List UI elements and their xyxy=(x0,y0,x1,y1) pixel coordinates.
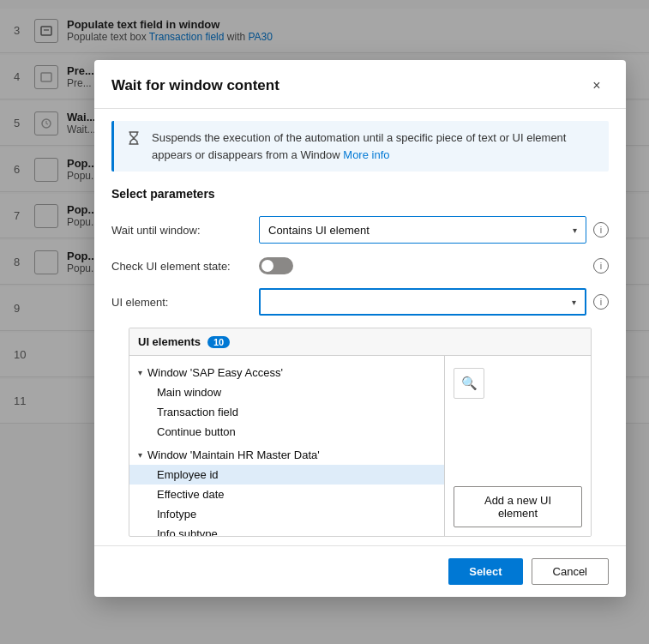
more-info-link[interactable]: More info xyxy=(343,148,389,161)
ui-preview-panel: 🔍 Add a new UI element xyxy=(445,356,591,536)
tree-item-employee-id[interactable]: Employee id xyxy=(129,465,444,485)
modal-dialog: Wait for window content × Suspends the e… xyxy=(94,60,626,597)
wait-until-dropdown[interactable]: Contains UI element ▾ xyxy=(259,216,586,244)
tree-group-header-sap[interactable]: ▾ Window 'SAP Easy Access' xyxy=(129,363,444,382)
check-state-toggle[interactable] xyxy=(259,257,293,274)
tree-item-main-window[interactable]: Main window xyxy=(129,382,444,402)
section-title: Select parameters xyxy=(94,184,626,209)
wait-until-value: Contains UI element xyxy=(268,224,370,237)
wait-until-label: Wait until window: xyxy=(111,224,249,237)
chevron-down-icon-3: ▾ xyxy=(138,368,142,377)
tree-item-infotype[interactable]: Infotype xyxy=(129,504,444,524)
ui-elements-body: ▾ Window 'SAP Easy Access' Main window T… xyxy=(129,356,591,536)
add-new-ui-element-button[interactable]: Add a new UI element xyxy=(454,486,582,527)
tree-group-hr: ▾ Window 'Maintain HR Master Data' Emplo… xyxy=(129,443,444,536)
ui-element-info-icon[interactable]: i xyxy=(593,294,609,310)
modal-footer: Select Cancel xyxy=(94,545,626,597)
select-button[interactable]: Select xyxy=(448,558,522,585)
info-text: Suspends the execution of the automation… xyxy=(152,129,597,163)
search-button[interactable]: 🔍 xyxy=(454,368,484,399)
ui-element-dropdown[interactable]: ▾ xyxy=(259,288,586,316)
ui-elements-container: UI elements 10 ▾ Window 'SAP Easy Access… xyxy=(111,328,609,537)
ui-tree[interactable]: ▾ Window 'SAP Easy Access' Main window T… xyxy=(129,356,445,536)
tree-item-info-subtype[interactable]: Info subtype xyxy=(129,524,444,536)
check-state-info-icon[interactable]: i xyxy=(593,258,609,274)
chevron-down-icon-4: ▾ xyxy=(138,450,142,460)
ui-element-control: ▾ i xyxy=(259,288,609,316)
tree-item-transaction-field[interactable]: Transaction field xyxy=(129,402,444,422)
tree-group-label-sap: Window 'SAP Easy Access' xyxy=(147,366,283,379)
tree-group-sap: ▾ Window 'SAP Easy Access' Main window T… xyxy=(129,361,444,443)
toggle-knob xyxy=(261,260,273,272)
check-state-label: Check UI element state: xyxy=(111,260,249,273)
tree-item-continue-button[interactable]: Continue button xyxy=(129,422,444,442)
close-button[interactable]: × xyxy=(585,74,609,98)
ui-elements-label: UI elements xyxy=(138,335,201,348)
hourglass-icon xyxy=(126,130,143,147)
modal-title: Wait for window content xyxy=(111,77,279,94)
ui-element-label: UI element: xyxy=(111,296,249,309)
info-banner: Suspends the execution of the automation… xyxy=(111,121,609,172)
param-row-wait-until: Wait until window: Contains UI element ▾… xyxy=(94,209,626,250)
param-row-check-state: Check UI element state: i xyxy=(94,250,626,281)
param-row-ui-element: UI element: ▾ i xyxy=(94,281,626,322)
chevron-down-icon: ▾ xyxy=(573,226,577,235)
ui-count-badge: 10 xyxy=(207,336,230,348)
wait-until-control: Contains UI element ▾ i xyxy=(259,216,609,244)
tree-group-header-hr[interactable]: ▾ Window 'Maintain HR Master Data' xyxy=(129,445,444,465)
ui-elements-header: UI elements 10 xyxy=(129,328,591,356)
ui-elements-section: UI elements 10 ▾ Window 'SAP Easy Access… xyxy=(129,328,592,537)
tree-item-effective-date[interactable]: Effective date xyxy=(129,485,444,504)
check-state-control: i xyxy=(259,257,609,274)
modal-header: Wait for window content × xyxy=(94,60,626,109)
cancel-button[interactable]: Cancel xyxy=(532,558,609,585)
wait-until-info-icon[interactable]: i xyxy=(593,222,609,238)
tree-group-label-hr: Window 'Maintain HR Master Data' xyxy=(147,448,320,461)
chevron-down-icon-2: ▾ xyxy=(572,298,576,307)
